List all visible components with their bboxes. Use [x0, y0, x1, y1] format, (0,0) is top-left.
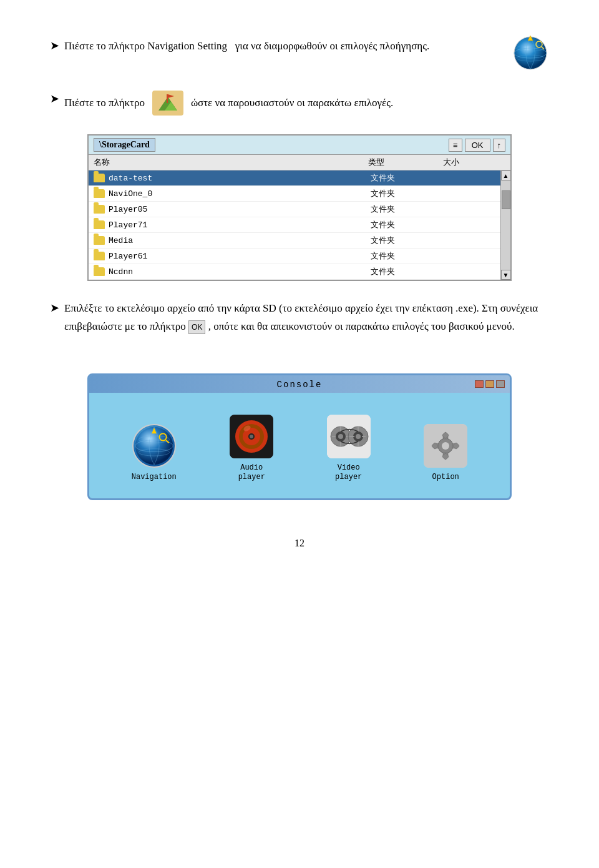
console-video-item[interactable]: Videoplayer	[327, 415, 371, 483]
bullet-1-content: Πιέστε το πλήκτρο Navigation Setting για…	[64, 37, 549, 72]
bullet-1-text-before: Πιέστε το πλήκτρο Navigation Setting	[64, 40, 227, 52]
file-browser-body: data-test 文件夹 NaviOne_0 文件夹 Player05 文件夹…	[89, 170, 510, 280]
console-option-item[interactable]: Option	[424, 424, 467, 483]
page-number: 12	[50, 538, 549, 549]
option-label: Option	[432, 473, 459, 483]
file-row[interactable]: Player61 文件夹	[89, 249, 510, 264]
file-row[interactable]: Player05 文件夹	[89, 202, 510, 217]
video-console-icon	[327, 415, 371, 458]
folder-icon	[94, 220, 105, 229]
file-name: Player71	[109, 220, 147, 230]
file-row[interactable]: NaviOne_0 文件夹	[89, 186, 510, 202]
svg-point-29	[338, 434, 343, 439]
console-audio-item[interactable]: Audioplayer	[230, 415, 273, 483]
file-name: data-test	[109, 174, 152, 183]
audio-console-icon	[230, 415, 273, 458]
file-type: 文件夹	[371, 219, 446, 230]
list-view-button[interactable]: ≡	[449, 139, 462, 152]
bullet-2-text-after: ώστε να παρουσιαστούν οι παρακάτω επιλογ…	[191, 94, 393, 112]
file-row[interactable]: Player71 文件夹	[89, 217, 510, 233]
folder-icon	[94, 189, 105, 198]
bullet-arrow-3: ➤	[50, 301, 59, 315]
file-row-name-cell: Player71	[94, 220, 371, 230]
file-name: Ncdnn	[109, 267, 133, 277]
option-console-icon	[424, 424, 467, 468]
close-btn-2[interactable]	[485, 380, 494, 388]
file-name: NaviOne_0	[109, 189, 152, 199]
file-name: Player61	[109, 252, 147, 261]
console-title: Console	[277, 380, 323, 390]
bullet-2-text-before: Πιέστε το πλήκτρο	[64, 94, 145, 112]
col-name: 名称	[94, 157, 368, 168]
file-row[interactable]: Ncdnn 文件夹	[89, 264, 510, 280]
svg-point-24	[250, 435, 253, 438]
mountain-inline-icon	[152, 91, 183, 116]
storage-card-title: \StorageCard	[94, 138, 155, 152]
file-row-name-cell: Media	[94, 236, 371, 245]
svg-point-36	[356, 434, 361, 439]
file-row-name-cell: NaviOne_0	[94, 189, 371, 199]
file-browser-header: \StorageCard ≡ OK ↑	[89, 136, 510, 155]
bullet-2-content: Πιέστε το πλήκτρο ώστε να παρουσιαστούν …	[64, 91, 549, 116]
scrollbar-down[interactable]: ▼	[501, 270, 511, 280]
bullet-item-1: ➤ Πιέστε το πλήκτρο Navigation Setting γ…	[50, 37, 549, 72]
nav-setting-icon	[512, 34, 549, 72]
paragraph-bullet: ➤ Επιλέξτε το εκτελέσιμο αρχείο από την …	[50, 300, 549, 355]
scrollbar-up[interactable]: ▲	[501, 170, 511, 180]
folder-icon	[94, 252, 105, 260]
file-browser: \StorageCard ≡ OK ↑ 名称 类型 大小 data-test 文…	[87, 134, 512, 281]
bullet-1-text-after: για να διαμορφωθούν οι επιλογές πλοήγηση…	[235, 40, 429, 52]
console-window: Console	[87, 373, 512, 500]
console-close-buttons	[475, 380, 505, 388]
file-type: 文件夹	[371, 204, 446, 215]
ok-badge: OK	[188, 320, 205, 334]
close-btn-1[interactable]	[475, 380, 484, 388]
file-row-name-cell: Ncdnn	[94, 267, 371, 277]
nav-console-icon	[132, 424, 176, 468]
file-rows-container: data-test 文件夹 NaviOne_0 文件夹 Player05 文件夹…	[89, 170, 510, 280]
folder-icon	[94, 205, 105, 214]
ok-button[interactable]: OK	[465, 139, 490, 152]
scrollbar[interactable]: ▲ ▼	[500, 170, 510, 280]
console-header: Console	[89, 375, 510, 393]
bullet-arrow-1: ➤	[50, 39, 59, 52]
up-button[interactable]: ↑	[493, 139, 506, 152]
file-row[interactable]: data-test 文件夹	[89, 170, 510, 186]
audio-label: Audioplayer	[238, 463, 265, 483]
svg-rect-10	[167, 94, 168, 103]
file-browser-columns: 名称 类型 大小	[89, 155, 510, 170]
col-size: 大小	[443, 157, 493, 168]
nav-label: Navigation	[132, 473, 177, 483]
file-type: 文件夹	[371, 250, 446, 262]
file-name: Media	[109, 236, 133, 245]
bullet-item-2: ➤ Πιέστε το πλήκτρο ώστε να παρουσιαστού…	[50, 91, 549, 116]
file-row-name-cell: Player05	[94, 205, 371, 214]
file-type: 文件夹	[371, 235, 446, 246]
console-icons-row: Navigation Au	[99, 402, 500, 489]
col-type: 类型	[368, 157, 443, 168]
file-row[interactable]: Media 文件夹	[89, 233, 510, 249]
page-content: ➤ Πιέστε το πλήκτρο Navigation Setting γ…	[50, 37, 549, 500]
folder-icon	[94, 236, 105, 245]
svg-point-43	[442, 442, 449, 450]
paragraph-text: Επιλέξτε το εκτελέσιμο αρχείο από την κά…	[64, 300, 549, 336]
console-nav-item[interactable]: Navigation	[132, 424, 177, 483]
scrollbar-thumb[interactable]	[502, 190, 510, 209]
folder-icon	[94, 174, 105, 182]
file-type: 文件夹	[371, 266, 446, 277]
svg-point-0	[514, 37, 547, 69]
close-btn-3[interactable]	[496, 380, 505, 388]
video-label: Videoplayer	[335, 463, 362, 483]
file-type: 文件夹	[371, 188, 446, 199]
bullet-arrow-2: ➤	[50, 92, 59, 106]
file-type: 文件夹	[371, 172, 446, 184]
file-row-name-cell: Player61	[94, 252, 371, 261]
file-browser-buttons: ≡ OK ↑	[449, 139, 505, 152]
para-text-2: , οπότε και θα απεικονιστούν οι παρακάτω…	[208, 320, 515, 332]
file-name: Player05	[109, 205, 147, 214]
bullet-1-text: Πιέστε το πλήκτρο Navigation Setting για…	[64, 37, 505, 56]
folder-icon	[94, 267, 105, 276]
file-row-name-cell: data-test	[94, 174, 371, 183]
